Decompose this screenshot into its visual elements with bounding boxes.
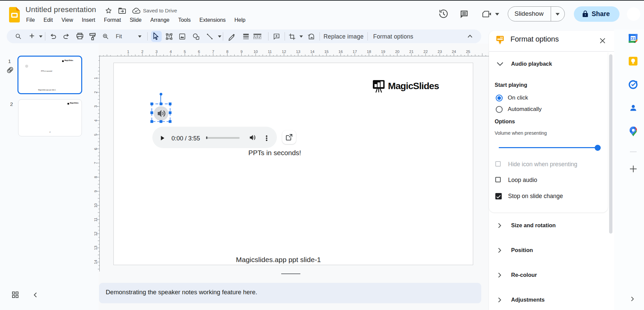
svg-text:31: 31 [631,37,635,41]
